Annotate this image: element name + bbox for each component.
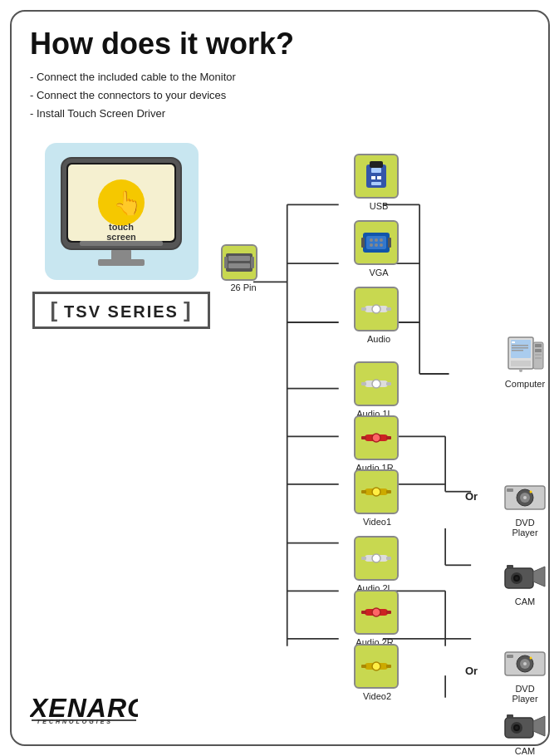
left-side: 👆 touch screen TSV SERIES — [30, 135, 213, 716]
usb-connector — [354, 154, 399, 199]
vga-label: VGA — [354, 268, 404, 277]
svg-rect-93 — [512, 350, 523, 351]
instruction-2: - Connect the connectors to your devices — [30, 86, 530, 105]
main-area: 👆 touch screen TSV SERIES — [30, 135, 530, 716]
svg-rect-81 — [386, 611, 391, 614]
svg-rect-95 — [535, 344, 542, 347]
brand-logo: XENARC TECHNOLOGIES — [30, 690, 138, 729]
svg-point-79 — [372, 608, 380, 616]
cam1-device: CAM — [503, 558, 547, 606]
pin-connector — [221, 244, 257, 281]
audio-connector — [354, 287, 399, 331]
svg-point-55 — [380, 243, 383, 247]
svg-rect-92 — [512, 347, 528, 349]
svg-point-67 — [372, 434, 380, 442]
svg-rect-44 — [371, 168, 381, 173]
monitor-wrapper: 👆 touch screen — [45, 143, 199, 280]
svg-rect-41 — [251, 257, 254, 268]
svg-point-121 — [515, 726, 518, 729]
svg-rect-60 — [361, 307, 366, 311]
svg-rect-56 — [361, 238, 365, 248]
cam2-icon — [503, 708, 547, 744]
svg-point-54 — [375, 243, 378, 247]
svg-marker-106 — [533, 567, 545, 587]
svg-point-51 — [375, 238, 378, 242]
instructions-list: - Connect the included cable to the Moni… — [30, 68, 530, 123]
svg-rect-110 — [507, 565, 513, 569]
svg-rect-69 — [386, 436, 391, 439]
svg-rect-98 — [535, 357, 542, 359]
svg-rect-77 — [386, 557, 391, 560]
xenarc-logo-svg: XENARC TECHNOLOGIES — [30, 690, 138, 724]
vga-connector — [354, 220, 399, 265]
svg-rect-61 — [386, 307, 391, 311]
svg-rect-49 — [366, 236, 386, 249]
svg-rect-72 — [361, 490, 366, 493]
monitor-illustration: 👆 touch screen — [55, 151, 188, 272]
cam2-device: CAM — [503, 708, 547, 756]
audio1r-connector — [354, 415, 399, 460]
svg-rect-0 — [111, 249, 131, 261]
svg-point-71 — [372, 488, 380, 496]
audio-label: Audio — [354, 334, 404, 344]
svg-rect-65 — [386, 382, 391, 385]
svg-rect-73 — [386, 490, 391, 493]
svg-point-115 — [530, 657, 532, 660]
svg-point-102 — [523, 496, 527, 499]
svg-rect-64 — [361, 382, 366, 385]
svg-rect-39 — [228, 263, 250, 268]
computer-device: Computer — [503, 334, 547, 389]
audio2l-connector — [354, 536, 399, 581]
brand-name: XENARC TECHNOLOGIES — [30, 690, 138, 729]
svg-rect-122 — [507, 714, 513, 719]
svg-point-63 — [372, 380, 380, 388]
svg-point-53 — [370, 243, 373, 247]
svg-rect-40 — [224, 257, 228, 268]
dvd1-icon — [503, 479, 547, 516]
or-label-2: Or — [465, 665, 478, 677]
svg-rect-88 — [511, 361, 531, 366]
svg-rect-96 — [535, 349, 542, 352]
svg-rect-97 — [535, 354, 542, 356]
svg-point-89 — [519, 369, 522, 372]
tsv-series-label: TSV SERIES — [32, 292, 209, 329]
instruction-1: - Connect the included cable to the Moni… — [30, 68, 530, 86]
cam2-label: CAM — [515, 746, 535, 756]
cam1-icon — [503, 558, 547, 595]
svg-point-50 — [370, 238, 373, 242]
dvd1-label: DVD Player — [503, 518, 547, 538]
or-label-1: Or — [465, 490, 478, 503]
video1-connector — [354, 469, 399, 514]
svg-text:touch: touch — [109, 222, 134, 232]
svg-point-83 — [372, 662, 380, 670]
dvd2-label: DVD Player — [503, 684, 547, 704]
svg-rect-68 — [361, 436, 366, 439]
video2-label: Video2 — [352, 691, 402, 701]
svg-rect-84 — [361, 665, 366, 668]
svg-rect-76 — [361, 557, 366, 560]
right-side: 26 Pin USB — [221, 135, 530, 716]
svg-point-114 — [523, 662, 527, 665]
svg-rect-9 — [80, 241, 163, 246]
svg-rect-91 — [512, 345, 528, 346]
svg-rect-45 — [371, 176, 375, 179]
svg-point-52 — [380, 238, 383, 242]
svg-rect-116 — [507, 655, 513, 658]
svg-rect-85 — [386, 665, 391, 668]
svg-point-75 — [372, 554, 380, 562]
cam1-label: CAM — [515, 596, 535, 606]
dvd2-icon — [503, 646, 547, 682]
svg-rect-38 — [228, 256, 250, 261]
svg-point-103 — [530, 491, 532, 493]
svg-rect-1 — [98, 259, 145, 266]
svg-rect-57 — [388, 238, 391, 248]
usb-label: USB — [354, 201, 404, 211]
svg-marker-118 — [533, 716, 545, 736]
pin-label: 26 Pin — [218, 282, 268, 292]
video2-connector — [354, 644, 399, 689]
audio2r-connector — [354, 590, 399, 635]
page-title: How does it work? — [30, 27, 530, 61]
svg-rect-47 — [371, 182, 381, 185]
svg-rect-90 — [512, 341, 515, 343]
svg-point-59 — [372, 305, 380, 313]
